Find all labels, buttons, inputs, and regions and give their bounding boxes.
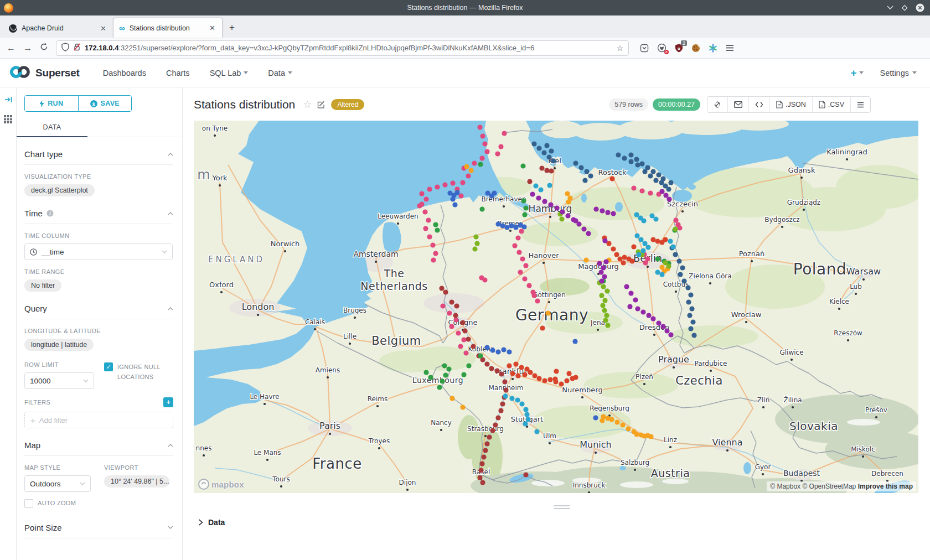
scatter-point[interactable] — [655, 256, 660, 261]
scatter-point[interactable] — [673, 217, 678, 222]
scatter-point[interactable] — [512, 243, 517, 248]
scatter-point[interactable] — [620, 422, 625, 427]
scatter-point[interactable] — [634, 212, 639, 217]
scatter-point[interactable] — [450, 396, 454, 401]
scatter-point[interactable] — [581, 226, 586, 231]
scatter-point[interactable] — [502, 379, 507, 384]
scatter-point[interactable] — [681, 278, 686, 283]
mapbox-logo[interactable]: mapbox — [198, 479, 244, 490]
window-minimize-icon[interactable] — [887, 6, 893, 10]
run-button[interactable]: RUN — [25, 96, 79, 111]
scatter-point[interactable] — [464, 164, 469, 169]
scatter-point[interactable] — [437, 385, 442, 390]
scatter-point[interactable] — [520, 256, 525, 261]
scatter-point[interactable] — [565, 191, 570, 196]
scatter-point[interactable] — [659, 180, 664, 185]
section-chart-type[interactable]: Chart type — [24, 149, 173, 165]
cookie-icon[interactable] — [691, 44, 700, 53]
scatter-point[interactable] — [503, 393, 508, 398]
scatter-point[interactable] — [423, 370, 428, 375]
scatter-point[interactable] — [482, 141, 487, 146]
scatter-point[interactable] — [636, 252, 641, 257]
url-text[interactable]: 172.18.0.4:32251/superset/explore/?form_… — [85, 44, 612, 52]
chevron-down-icon[interactable] — [168, 525, 173, 530]
add-filter-plus-button[interactable]: + — [163, 397, 173, 407]
scatter-point[interactable] — [599, 278, 604, 283]
scatter-point[interactable] — [479, 461, 484, 466]
tab-data[interactable]: DATA — [17, 120, 87, 131]
scatter-point[interactable] — [423, 196, 428, 201]
export-json-button[interactable]: .JSON — [769, 97, 812, 112]
scatter-point[interactable] — [664, 328, 669, 333]
scatter-point[interactable] — [603, 318, 608, 323]
scatter-point[interactable] — [666, 186, 671, 191]
chevron-up-icon[interactable] — [168, 152, 173, 157]
scatter-point[interactable] — [593, 206, 598, 211]
scatter-point[interactable] — [494, 368, 499, 373]
viewport-value[interactable]: 10° 24' 49.86" | 5... — [104, 475, 169, 488]
scatter-point[interactable] — [450, 196, 455, 201]
scatter-point[interactable] — [648, 434, 653, 439]
scatter-point[interactable] — [498, 408, 503, 413]
section-map[interactable]: Map — [24, 440, 173, 456]
scatter-point[interactable] — [663, 193, 668, 198]
scatter-point[interactable] — [516, 250, 521, 255]
url-bar[interactable]: 172.18.0.4:32251/superset/explore/?form_… — [56, 40, 629, 56]
scatter-point[interactable] — [668, 238, 673, 243]
scatter-point[interactable] — [521, 198, 526, 203]
scatter-point[interactable] — [484, 345, 489, 350]
scatter-point[interactable] — [474, 241, 479, 246]
scatter-point[interactable] — [530, 191, 535, 196]
scatter-point[interactable] — [480, 133, 485, 138]
viz-type-value[interactable]: deck.gl Scatterplot — [24, 184, 95, 196]
scatter-point[interactable] — [554, 369, 559, 374]
scatter-point[interactable] — [531, 293, 536, 298]
scatter-point[interactable] — [527, 179, 532, 184]
scatter-point[interactable] — [489, 366, 494, 371]
scatter-point[interactable] — [535, 298, 540, 303]
scatter-point[interactable] — [676, 258, 681, 263]
scatter-point[interactable] — [519, 401, 524, 406]
pocket-icon[interactable] — [640, 44, 649, 53]
scatter-point[interactable] — [688, 326, 693, 331]
scatter-point[interactable] — [433, 251, 438, 256]
scatter-point[interactable] — [686, 299, 691, 304]
scatter-point[interactable] — [656, 172, 661, 177]
scatter-point[interactable] — [549, 148, 554, 153]
save-button[interactable]: SAVE — [79, 96, 132, 111]
scatter-point[interactable] — [536, 376, 541, 381]
edit-properties-icon[interactable] — [317, 101, 326, 109]
scatter-point[interactable] — [633, 297, 638, 302]
row-limit-select[interactable]: 10000 — [24, 372, 94, 389]
scatter-point[interactable] — [660, 324, 665, 329]
scatter-point[interactable] — [656, 320, 661, 325]
scatter-point[interactable] — [456, 330, 461, 335]
scatter-point[interactable] — [573, 160, 578, 165]
section-time[interactable]: Time i — [24, 209, 173, 224]
scatter-point[interactable] — [616, 152, 621, 157]
scatter-point[interactable] — [542, 199, 547, 204]
scatter-point[interactable] — [677, 225, 682, 230]
scatter-point[interactable] — [600, 208, 604, 213]
scatter-point[interactable] — [522, 276, 527, 281]
resize-handle[interactable] — [554, 505, 570, 509]
improve-map-link[interactable]: Improve this map — [858, 483, 913, 490]
scatter-point[interactable] — [650, 237, 655, 242]
scatter-point[interactable] — [547, 183, 552, 188]
scatter-point[interactable] — [554, 205, 559, 210]
scatter-point[interactable] — [484, 441, 489, 446]
scatter-point[interactable] — [466, 173, 471, 178]
scatter-point[interactable] — [604, 288, 609, 293]
scatter-point[interactable] — [531, 141, 536, 146]
scatter-point[interactable] — [442, 182, 447, 187]
scatter-point[interactable] — [602, 238, 607, 243]
scatter-point[interactable] — [500, 223, 505, 228]
scatter-point[interactable] — [449, 299, 454, 304]
scatter-point[interactable] — [454, 303, 459, 308]
scatter-point[interactable] — [544, 143, 549, 148]
scatter-point[interactable] — [586, 231, 591, 236]
scatter-point[interactable] — [453, 313, 458, 318]
shield-icon[interactable] — [61, 43, 69, 54]
scatter-point[interactable] — [547, 377, 552, 382]
scatter-point[interactable] — [492, 190, 497, 195]
